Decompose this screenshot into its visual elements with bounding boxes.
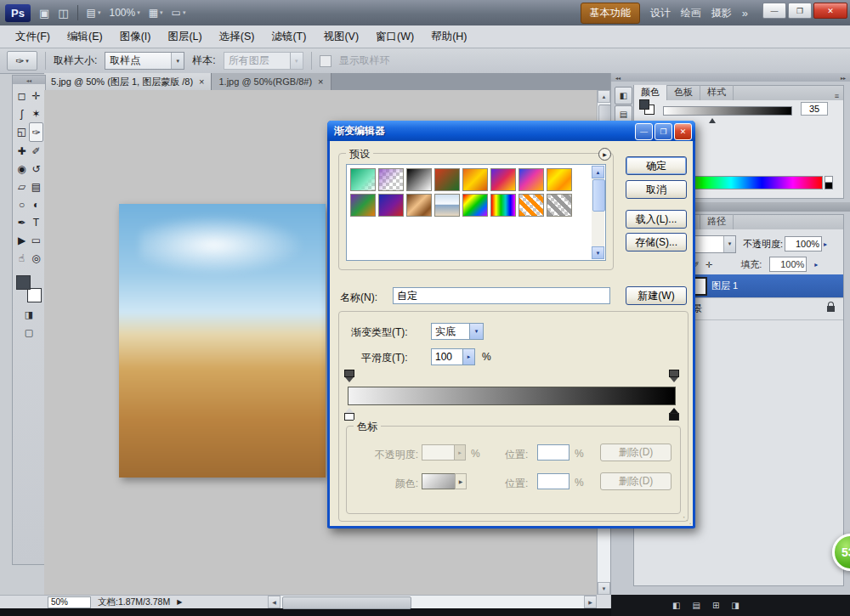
- menu-image[interactable]: 图像(I): [111, 25, 160, 48]
- bridge-icon[interactable]: ▣: [39, 7, 49, 20]
- scroll-down-arrow[interactable]: ▼: [592, 246, 604, 259]
- tool-move[interactable]: ✛: [29, 87, 43, 105]
- menu-edit[interactable]: 编辑(E): [59, 25, 111, 48]
- sample-layers-select[interactable]: 所有图层▾: [224, 52, 303, 70]
- workspace-overflow-chevron[interactable]: »: [742, 7, 748, 20]
- panel-menu-icon[interactable]: ≡: [830, 92, 843, 100]
- gradient-preset[interactable]: [518, 194, 544, 217]
- delete-opacity-stop-button[interactable]: 删除(D): [600, 444, 672, 461]
- dialog-close-button[interactable]: ✕: [674, 123, 692, 140]
- tab-paths[interactable]: 路径: [700, 214, 734, 229]
- tool-lasso[interactable]: ʃ: [14, 105, 29, 122]
- gradient-preset[interactable]: [434, 194, 460, 217]
- gradient-preset[interactable]: [350, 168, 376, 191]
- gradient-preset[interactable]: [490, 168, 516, 191]
- tool-brush[interactable]: ✐: [29, 142, 43, 160]
- menu-file[interactable]: 文件(F): [7, 25, 59, 48]
- close-button[interactable]: ✕: [813, 3, 847, 19]
- gradient-preset[interactable]: [378, 168, 404, 191]
- new-button[interactable]: 新建(W): [626, 286, 687, 305]
- presets-menu-button[interactable]: ▶: [598, 148, 611, 161]
- lock-position-icon[interactable]: ✛: [706, 260, 712, 269]
- screen-mode-dropdown[interactable]: ▭▾: [172, 7, 186, 19]
- status-options-arrow[interactable]: ▶: [177, 598, 182, 606]
- gradient-preset[interactable]: [547, 194, 572, 217]
- dialog-minimize-button[interactable]: —: [635, 123, 653, 140]
- tool-type[interactable]: T: [29, 213, 43, 231]
- document-tab-5jpg[interactable]: 5.jpg @ 50% (图层 1, 图层蒙版 /8)×: [44, 73, 212, 90]
- tray-icon[interactable]: ⊞: [712, 601, 719, 610]
- close-tab-icon[interactable]: ×: [318, 76, 323, 87]
- layer-name[interactable]: 图层 1: [711, 280, 738, 292]
- dock-icon-swatches[interactable]: ◧: [615, 87, 632, 105]
- cancel-button[interactable]: 取消: [626, 180, 687, 199]
- tray-icon[interactable]: ◧: [672, 601, 680, 610]
- tool-path-select[interactable]: ▶: [14, 231, 29, 249]
- slider-handle[interactable]: [709, 115, 716, 123]
- foreground-color-swatch[interactable]: [16, 275, 31, 290]
- horizontal-scroll-thumb[interactable]: [282, 596, 411, 609]
- scroll-right-arrow[interactable]: ▶: [584, 596, 597, 608]
- black-swatch[interactable]: [824, 182, 833, 189]
- spinner-arrow-icon[interactable]: ▸: [824, 240, 827, 248]
- opacity-stop-right[interactable]: [669, 370, 679, 377]
- smoothness-input[interactable]: [431, 348, 463, 365]
- zoom-percentage-field[interactable]: 50%: [48, 596, 91, 608]
- menu-layer[interactable]: 图层(L): [159, 25, 210, 48]
- workspace-design[interactable]: 设计: [650, 6, 671, 20]
- grayscale-slider[interactable]: [663, 106, 792, 116]
- minimize-button[interactable]: —: [762, 3, 786, 19]
- tab-color[interactable]: 颜色: [634, 85, 667, 100]
- gradient-preview-bar[interactable]: [348, 387, 676, 405]
- arrange-documents-dropdown[interactable]: ▦▾: [149, 7, 163, 19]
- gradient-preset[interactable]: [462, 168, 488, 191]
- opacity-value[interactable]: 100%: [785, 236, 822, 251]
- menu-help[interactable]: 帮助(H): [422, 25, 475, 48]
- load-button[interactable]: 载入(L)...: [626, 210, 687, 229]
- scroll-down-arrow[interactable]: ▼: [598, 582, 610, 595]
- delete-color-stop-button[interactable]: 删除(D): [600, 472, 672, 490]
- close-tab-icon[interactable]: ×: [199, 76, 204, 87]
- screen-mode-button[interactable]: ▢: [13, 327, 45, 338]
- tool-preset-dropdown[interactable]: ✑▾: [7, 51, 37, 71]
- gradient-name-input[interactable]: [393, 287, 610, 304]
- background-color-swatch[interactable]: [27, 288, 42, 302]
- spinner-arrow-icon[interactable]: ▸: [462, 348, 475, 365]
- gradient-preset[interactable]: [547, 168, 572, 191]
- mini-bridge-icon[interactable]: ◫: [58, 7, 68, 20]
- gradient-preset[interactable]: [518, 168, 544, 191]
- quick-mask-button[interactable]: ◨: [13, 309, 45, 320]
- tab-swatches[interactable]: 色板: [667, 85, 700, 100]
- horizontal-scrollbar[interactable]: ◀ ▶: [268, 595, 597, 608]
- workspace-photography[interactable]: 摄影: [711, 6, 732, 20]
- fill-value[interactable]: 100%: [769, 257, 807, 272]
- ok-button[interactable]: 确定: [626, 156, 687, 175]
- scroll-up-arrow[interactable]: ▲: [592, 166, 604, 178]
- menu-window[interactable]: 窗口(W): [367, 25, 422, 48]
- dialog-restore-button[interactable]: ❐: [654, 123, 672, 140]
- workspace-essentials[interactable]: 基本功能: [581, 3, 640, 24]
- menu-select[interactable]: 选择(S): [211, 25, 264, 48]
- tool-clone-stamp[interactable]: ◉: [14, 160, 29, 178]
- expand-panels-icon[interactable]: ▸▸: [841, 75, 846, 81]
- stop-location-input[interactable]: [537, 473, 570, 489]
- tool-gradient[interactable]: ▤: [29, 178, 43, 195]
- sample-size-select[interactable]: 取样点▾: [105, 52, 184, 70]
- zoom-level-control[interactable]: 100%▾: [109, 7, 139, 19]
- gradient-preset[interactable]: [434, 168, 460, 191]
- gradient-preset[interactable]: [462, 194, 488, 217]
- opacity-stop-left[interactable]: [344, 370, 354, 377]
- tool-magic-wand[interactable]: ✶: [29, 105, 43, 122]
- tool-eraser[interactable]: ▱: [14, 178, 29, 195]
- view-extras-dropdown[interactable]: ▤▾: [87, 7, 101, 19]
- scroll-thumb[interactable]: [592, 179, 605, 212]
- scroll-left-arrow[interactable]: ◀: [268, 596, 280, 608]
- color-menu-arrow-icon[interactable]: ▶: [455, 473, 467, 489]
- save-button[interactable]: 存储(S)...: [626, 233, 687, 251]
- ps-logo-icon[interactable]: Ps: [5, 4, 31, 22]
- restore-button[interactable]: ❐: [788, 3, 812, 19]
- show-sampling-ring-checkbox[interactable]: [320, 55, 332, 67]
- tool-history-brush[interactable]: ↺: [29, 160, 43, 178]
- tab-styles[interactable]: 样式: [700, 85, 734, 100]
- tool-shape[interactable]: ▭: [29, 231, 43, 249]
